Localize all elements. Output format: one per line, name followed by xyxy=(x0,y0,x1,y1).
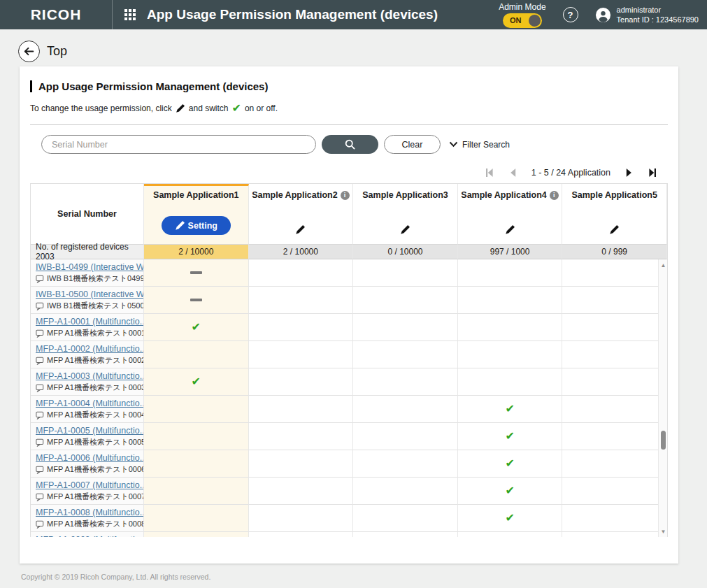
back-button[interactable] xyxy=(18,41,40,62)
permission-cell[interactable] xyxy=(562,505,667,532)
table-scrollbar[interactable]: ▲ ▼ xyxy=(658,259,667,537)
pencil-edit-icon[interactable] xyxy=(609,224,620,235)
permission-cell[interactable] xyxy=(144,478,249,505)
permission-cell[interactable] xyxy=(353,478,458,505)
pencil-edit-icon[interactable] xyxy=(400,224,410,235)
permission-cell[interactable]: ✔ xyxy=(144,314,249,341)
device-link[interactable]: MFP-A1-0009 (Multifunctio... xyxy=(36,535,139,537)
app-column-header: Sample Application2i xyxy=(249,184,354,245)
setting-button[interactable]: Setting xyxy=(162,216,231,235)
permission-cell[interactable] xyxy=(562,478,667,505)
back-label[interactable]: Top xyxy=(47,44,67,59)
permission-cell[interactable] xyxy=(458,341,563,368)
permission-cell[interactable]: ✔ xyxy=(144,368,249,396)
permission-cell[interactable]: ✔ xyxy=(458,450,563,478)
device-link[interactable]: MFP-A1-0002 (Multifunctio... xyxy=(36,344,139,354)
permission-cell[interactable]: ✔ xyxy=(458,396,563,423)
last-page-icon[interactable] xyxy=(648,168,658,178)
permission-cell[interactable] xyxy=(144,423,249,450)
permission-cell[interactable] xyxy=(458,287,563,314)
device-link[interactable]: IWB-B1-0499 (Interactive W... xyxy=(36,262,139,272)
permission-cell[interactable] xyxy=(249,341,354,368)
permission-cell[interactable]: ✔ xyxy=(458,478,563,505)
info-icon[interactable]: i xyxy=(550,191,559,200)
permission-cell[interactable] xyxy=(562,287,667,314)
table-row: MFP-A1-0001 (Multifunctio...MFP A1機番検索テス… xyxy=(31,314,667,341)
permission-cell[interactable] xyxy=(144,341,249,368)
permission-cell[interactable] xyxy=(458,259,563,287)
permission-cell[interactable] xyxy=(562,368,667,396)
permission-cell[interactable] xyxy=(144,505,249,532)
device-link[interactable]: MFP-A1-0003 (Multifunctio... xyxy=(36,371,139,381)
permission-cell[interactable] xyxy=(353,505,458,532)
scroll-down-icon[interactable]: ▼ xyxy=(659,526,667,536)
permission-cell[interactable] xyxy=(249,396,354,423)
search-input[interactable] xyxy=(41,135,316,154)
device-link[interactable]: MFP-A1-0008 (Multifunctio... xyxy=(36,508,139,517)
device-link[interactable]: MFP-A1-0004 (Multifunctio... xyxy=(36,399,139,408)
permission-cell[interactable] xyxy=(144,396,249,423)
next-page-icon[interactable] xyxy=(624,168,634,178)
permission-cell[interactable] xyxy=(249,423,354,450)
permission-cell[interactable] xyxy=(562,450,667,478)
permission-cell[interactable] xyxy=(353,287,458,314)
table-row: MFP-A1-0002 (Multifunctio...MFP A1機番検索テス… xyxy=(31,341,667,368)
clear-button[interactable]: Clear xyxy=(384,135,441,154)
help-icon[interactable]: ? xyxy=(563,7,578,22)
permission-check-icon: ✔ xyxy=(505,458,514,469)
permission-cell[interactable] xyxy=(562,532,667,537)
table-row: IWB-B1-0499 (Interactive W...IWB B1機番検索テ… xyxy=(31,259,667,287)
permission-cell[interactable]: ✔ xyxy=(458,505,563,532)
permission-cell[interactable] xyxy=(458,368,563,396)
permission-cell[interactable] xyxy=(353,314,458,341)
permission-cell[interactable] xyxy=(249,478,354,505)
device-link[interactable]: MFP-A1-0007 (Multifunctio... xyxy=(36,480,139,490)
permission-cell[interactable] xyxy=(562,423,667,450)
permission-cell[interactable] xyxy=(353,450,458,478)
permission-cell[interactable] xyxy=(249,532,354,537)
prev-page-icon[interactable] xyxy=(508,168,517,178)
permission-cell[interactable] xyxy=(249,505,354,532)
permission-cell[interactable] xyxy=(353,396,458,423)
device-link[interactable]: MFP-A1-0001 (Multifunctio... xyxy=(36,317,139,327)
info-icon[interactable]: i xyxy=(341,191,350,200)
permission-cell[interactable] xyxy=(458,532,563,537)
permission-cell[interactable] xyxy=(353,341,458,368)
device-cell: MFP-A1-0004 (Multifunctio...MFP A1機番検索テス… xyxy=(31,396,144,423)
permission-cell[interactable] xyxy=(353,532,458,537)
permission-cell[interactable] xyxy=(562,259,667,287)
copyright-text: Copyright © 2019 Ricoh Company, Ltd. All… xyxy=(21,573,210,581)
toggle-knob[interactable] xyxy=(529,15,541,27)
scroll-up-icon[interactable]: ▲ xyxy=(659,260,667,270)
permission-cell[interactable] xyxy=(458,314,563,341)
permission-cell[interactable] xyxy=(144,287,249,314)
permission-cell[interactable] xyxy=(249,368,354,396)
permission-cell[interactable] xyxy=(249,259,354,287)
permission-cell[interactable] xyxy=(144,450,249,478)
permission-cell[interactable] xyxy=(144,532,249,537)
user-block[interactable]: administrator Tenant ID : 1234567890 xyxy=(595,5,699,24)
permission-cell[interactable] xyxy=(249,287,354,314)
permission-cell[interactable] xyxy=(353,423,458,450)
permission-cell[interactable] xyxy=(144,259,249,287)
device-name-text: MFP A1機番検索テスト0006 xyxy=(47,464,144,475)
permission-cell[interactable] xyxy=(562,396,667,423)
permission-cell[interactable] xyxy=(562,341,667,368)
scrollbar-thumb[interactable] xyxy=(661,431,666,450)
permission-cell[interactable] xyxy=(353,259,458,287)
admin-mode-toggle[interactable]: ON xyxy=(503,13,542,28)
app-grid-icon[interactable] xyxy=(124,9,136,20)
permission-cell[interactable] xyxy=(249,314,354,341)
device-link[interactable]: IWB-B1-0500 (Interactive W... xyxy=(36,289,139,299)
device-link[interactable]: MFP-A1-0005 (Multifunctio... xyxy=(36,426,139,436)
permission-cell[interactable]: ✔ xyxy=(458,423,563,450)
device-link[interactable]: MFP-A1-0006 (Multifunctio... xyxy=(36,453,139,463)
first-page-icon[interactable] xyxy=(484,168,494,178)
pencil-edit-icon[interactable] xyxy=(295,224,306,235)
permission-cell[interactable] xyxy=(353,368,458,396)
pencil-edit-icon[interactable] xyxy=(505,224,515,235)
search-button[interactable] xyxy=(322,135,378,154)
permission-cell[interactable] xyxy=(562,314,667,341)
filter-search-toggle[interactable]: Filter Search xyxy=(449,140,510,150)
permission-cell[interactable] xyxy=(249,450,354,478)
